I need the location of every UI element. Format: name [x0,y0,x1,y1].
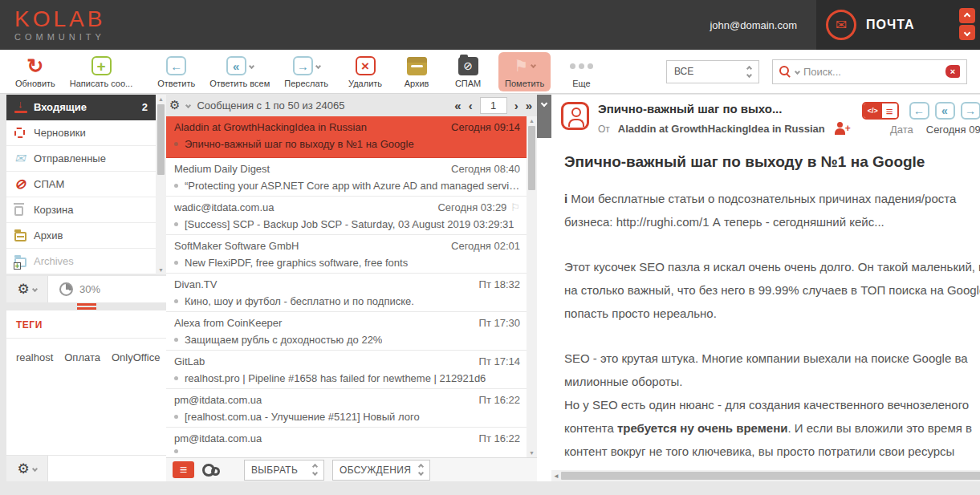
tag-item[interactable]: realhost [16,351,53,363]
select-dropdown[interactable]: ВЫБРАТЬ [244,460,324,481]
threads-dropdown[interactable]: ОБСУЖДЕНИЯ [332,460,430,481]
sidebar-item-trash[interactable]: Корзина [6,197,156,223]
drafts-icon [14,128,25,138]
reply-button[interactable]: ← Ответить [157,55,195,88]
search-options-chevron-icon[interactable] [795,68,800,74]
scrollbar-thumb[interactable] [157,104,165,175]
sidebar-item-spam[interactable]: ⊘ СПАМ [6,172,156,197]
scope-filter-value: ВСЕ [674,66,693,77]
chevron-down-icon[interactable] [249,63,254,68]
message-sender: GitLab [174,355,471,367]
unread-dot-icon [174,222,178,226]
chevron-down-icon [964,29,970,35]
list-mode-button[interactable]: ≡ [173,461,194,478]
compose-button[interactable]: + Написать соо... [70,55,132,88]
sidebar-item-drafts[interactable]: Черновики [6,120,156,146]
message-row[interactable]: pm@itdata.com.uaПт 16:22 [realhost.com.u… [166,389,527,428]
search-icon [779,66,791,78]
message-sender: Aladdin at GrowthHackingIdea in Russian [174,121,443,133]
archive-button[interactable]: Архив [398,55,435,88]
quota-value: 30% [79,283,100,295]
message-sender: pm@itdata.com.ua [174,432,471,444]
reply-icon: ← [166,56,186,75]
more-button[interactable]: Еще [563,55,600,88]
search-box[interactable]: × [772,59,967,84]
sidebar-item-archive[interactable]: Архив [6,223,156,249]
message-date: Пт 17:14 [479,355,520,367]
scope-filter-select[interactable]: ВСЕ [666,60,759,83]
tag-item[interactable]: OnlyOffice [112,351,160,363]
message-row[interactable]: pm@itdata.com.uaПт 16:22 [166,428,527,457]
message-subject: [realhost.com.ua - Улучшение #5121] Новы… [185,411,420,423]
add-contact-icon[interactable]: + [833,122,850,136]
flag-icon[interactable]: ⚐ [510,201,520,213]
folder-options-button[interactable]: ⚙ [6,276,48,302]
message-sender: wadic@itdata.com.ua [174,201,429,213]
message-row[interactable]: Alexa from CoinKeeperПт 17:30 Защищаем р… [166,312,527,351]
message-subject: Защищаем рубль с доходностью до 22% [185,334,382,346]
collapse-pane-button[interactable] [537,95,551,138]
page-number-input[interactable] [480,97,507,114]
message-row[interactable]: Medium Daily DigestСегодня 08:40 “Protec… [166,158,527,197]
last-page-button[interactable]: » [526,99,532,112]
tag-item[interactable]: Оплата [64,351,100,363]
sidebar-item-inbox[interactable]: Входящие 2 [6,95,156,120]
chevron-down-icon[interactable] [531,63,536,68]
mark-button[interactable]: ⚑ Пометить [498,52,551,91]
plaintext-view-icon[interactable]: ≡ [882,103,897,118]
body-paragraph: Но у SEO есть один нюанс - для создания … [564,393,980,470]
message-row[interactable]: wadic@itdata.com.uaСегодня 03:29⚐ [Succe… [166,197,527,235]
chevron-down-icon[interactable] [185,103,191,108]
sidebar-item-archives[interactable]: + Archives [6,249,156,274]
sender-name[interactable]: Aladdin at GrowthHackingIdea in Russian [618,123,825,135]
prev-page-button[interactable]: ‹ [469,99,473,112]
message-count-status: Сообщения с 1 по 50 из 24065 [197,99,344,112]
mail-toolbar: ↻ Обновить + Написать соо... ← Ответить … [0,50,980,94]
sidebar-item-sent[interactable]: ✉ Отправленные [6,146,156,172]
chevron-down-icon [32,465,38,471]
message-row[interactable]: GitLabПт 17:14 realhost.pro | Pipeline #… [166,351,527,389]
archives-folder-icon: + [14,258,26,267]
scroll-up-button[interactable] [959,8,975,23]
message-row[interactable]: SoftMaker Software GmbHСегодня 02:01 New… [166,235,527,274]
forward-button[interactable]: → [961,102,980,120]
mail-app-tab[interactable]: ✉ ПОЧТА [816,0,980,50]
inbox-icon [14,101,27,113]
logo-subtext: COMMUNITY [14,33,105,42]
message-row-selected[interactable]: Aladdin at GrowthHackingIdea in RussianС… [166,116,527,158]
horizontal-scrollbar[interactable]: ◄ ► [551,470,980,481]
html-view-icon[interactable]: </> [864,103,882,118]
horizontal-splitter[interactable] [6,302,166,310]
message-date: Пт 18:32 [479,278,520,290]
unread-dot-icon [174,261,178,265]
forward-button[interactable]: → Переслать [284,55,328,88]
clear-search-icon[interactable]: × [945,65,960,78]
list-scrollbar[interactable]: ▲▼ [527,116,537,457]
tags-options-button[interactable]: ⚙ [6,456,48,481]
scrollbar-thumb[interactable] [528,126,535,190]
reply-button[interactable]: ← [909,102,929,120]
scroll-down-button[interactable] [959,25,975,40]
delete-button[interactable]: × Удалить [347,55,384,88]
envelope-icon: ✉ [826,10,856,40]
scrollbar-thumb[interactable] [561,472,980,480]
threads-icon[interactable] [202,464,222,476]
message-sender: Alexa from CoinKeeper [174,317,471,329]
body-paragraph: Этот кусочек SEO пазла я искал очень оче… [564,255,980,325]
scroll-left-icon[interactable]: ◄ [553,473,559,480]
chevron-down-icon[interactable] [315,63,321,68]
list-options-gear-icon[interactable]: ⚙ [169,99,180,112]
first-page-button[interactable]: « [454,99,461,112]
sidebar-scrollbar[interactable]: ▲▼ [156,95,166,274]
reply-all-button[interactable]: « [935,102,955,120]
trash-icon [14,206,23,216]
html-text-toggle[interactable]: </> ≡ [862,102,899,120]
spam-button[interactable]: ⊘ СПАМ [449,55,486,88]
next-page-button[interactable]: › [514,99,518,112]
unread-dot-icon [174,449,178,453]
chevron-down-icon [32,286,38,292]
reply-all-button[interactable]: « Ответить всем [209,55,270,88]
refresh-button[interactable]: ↻ Обновить [15,55,55,88]
message-row[interactable]: Divan.TVПт 18:32 Кино, шоу и футбол - бе… [166,274,527,312]
search-input[interactable] [803,66,941,78]
